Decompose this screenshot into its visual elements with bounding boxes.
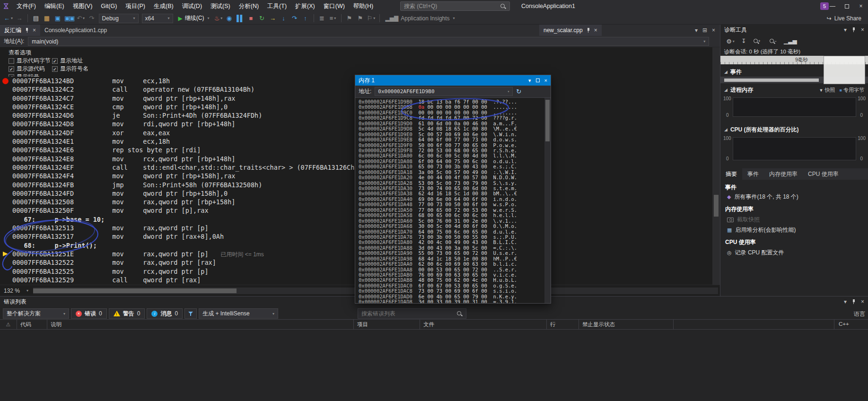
menu-file[interactable]: 文件(F): [12, 0, 40, 12]
memory-row[interactable]: 0x000002AF6FE1DAD8 3d 00 33 00 39 00 31 …: [359, 299, 544, 303]
scope-filter-dropdown[interactable]: 整个解决方案▾: [3, 308, 69, 319]
messages-filter-button[interactable]: 消息 0: [147, 308, 183, 319]
zoom-in-button[interactable]: +: [752, 36, 762, 46]
record-cpu-profile-link[interactable]: ◎记录 CPU 配置文件: [727, 249, 784, 257]
tab-new-scalar-preview[interactable]: new_scalar.cpp ×: [539, 25, 602, 36]
undo-button[interactable]: ↶▾: [76, 13, 86, 24]
tab-memory-usage[interactable]: 内存使用率: [764, 168, 803, 180]
cpu-section-header[interactable]: ◢ CPU (所有处理器的百分比): [720, 125, 868, 134]
refresh-icon[interactable]: ↻: [516, 88, 521, 95]
menu-edit[interactable]: 编辑(E): [40, 0, 69, 12]
split-window-icon[interactable]: ⊞: [702, 27, 707, 34]
menu-test[interactable]: 测试(S): [206, 0, 235, 12]
zoom-control[interactable]: 132 % ▾: [1, 286, 31, 296]
close-icon[interactable]: ×: [544, 78, 547, 83]
timeline-selection[interactable]: [824, 56, 865, 84]
new-file-button[interactable]: ▤: [31, 13, 41, 24]
breakpoint-indicator[interactable]: [2, 78, 9, 84]
close-icon[interactable]: ×: [861, 26, 864, 33]
multi-filter-button[interactable]: [184, 308, 197, 319]
solution-platform-dropdown[interactable]: x64▾: [142, 14, 173, 23]
editor-vertical-scrollbar[interactable]: [712, 47, 720, 285]
navigate-backward-button[interactable]: ←▾: [3, 13, 14, 24]
scrollbar-thumb[interactable]: [714, 195, 719, 217]
close-icon[interactable]: ×: [33, 27, 36, 33]
navigate-forward-button[interactable]: →: [14, 13, 25, 24]
tab-cpu-usage[interactable]: CPU 使用率: [803, 168, 844, 180]
language-value[interactable]: C++: [834, 319, 868, 330]
option-show-source-code[interactable]: ✓显示源代码: [9, 65, 45, 73]
code-map-button[interactable]: ≡▾: [328, 13, 338, 24]
breakpoint-flag-button[interactable]: ⚑: [344, 13, 355, 24]
application-insights-button[interactable]: ▂▅▇Application Insights▾: [383, 13, 458, 24]
memory-window-title-bar[interactable]: 内存 1 ▾ ×: [355, 75, 551, 86]
open-file-button[interactable]: ▦: [42, 13, 52, 24]
close-icon[interactable]: ×: [861, 298, 864, 305]
quick-search-input[interactable]: 搜索 (Ctrl+Q): [400, 1, 510, 11]
menu-help[interactable]: 帮助(H): [349, 0, 377, 12]
menu-window[interactable]: 窗口(W): [319, 0, 349, 12]
error-list-search-input[interactable]: 搜索错误列表: [358, 308, 466, 319]
tab-events[interactable]: 事件: [742, 168, 764, 180]
menu-extensions[interactable]: 扩展(X): [291, 0, 319, 12]
pin-icon[interactable]: [851, 299, 856, 305]
menu-debug[interactable]: 调试(D): [178, 0, 206, 12]
show-next-statement-button[interactable]: →: [268, 13, 278, 24]
maximize-icon[interactable]: [536, 78, 540, 83]
menu-analyze[interactable]: 分析(N): [235, 0, 263, 12]
save-button[interactable]: ▣: [53, 13, 63, 24]
close-document-icon[interactable]: ×: [712, 27, 715, 34]
all-events-link[interactable]: ◆所有事件(18 个, 共 18 个): [727, 193, 798, 201]
scrollbar-thumb[interactable]: [545, 100, 550, 141]
solution-configuration-dropdown[interactable]: Debug▾: [99, 14, 139, 23]
menu-build[interactable]: 生成(B): [149, 0, 178, 12]
apply-code-changes-button[interactable]: ◉: [224, 13, 235, 24]
close-button[interactable]: ×: [854, 0, 868, 12]
process-memory-section-header[interactable]: ◢ 进程内存 ▼ 快照 ■ 专用字节: [720, 85, 868, 95]
tab-consoleapplication1-cpp[interactable]: ConsoleApplication1.cpp: [40, 25, 111, 36]
address-combo[interactable]: main(void) ▾: [28, 37, 709, 46]
col-line[interactable]: 行: [547, 320, 579, 329]
memory-scrollbar[interactable]: [544, 98, 551, 303]
col-suppression-state[interactable]: 禁止显示状态: [579, 320, 674, 329]
tab-disassembly[interactable]: 反汇编×: [0, 25, 40, 36]
pin-icon[interactable]: [586, 27, 591, 33]
breakpoint-flag-3-button[interactable]: ⚐▾: [366, 13, 377, 24]
continue-button[interactable]: ▶继续(C)▾: [175, 13, 213, 24]
step-out-button[interactable]: ↑: [300, 13, 311, 24]
severity-column-header[interactable]: ⚠: [0, 320, 17, 329]
errors-filter-button[interactable]: 错误 0: [71, 308, 107, 319]
memory-address-input[interactable]: 0x000002AF6FE1D9B0 ▾: [375, 87, 513, 96]
stop-debugging-button[interactable]: ■: [246, 13, 256, 24]
scrollbar-thumb[interactable]: [33, 288, 237, 293]
memory-content[interactable]: 0x000002AF6FE1D9B0 18 bc 13 ba f6 7f 00 …: [355, 98, 544, 303]
minimize-button[interactable]: —: [825, 0, 840, 12]
export-button[interactable]: ↧: [741, 38, 746, 44]
menu-git[interactable]: Git(G): [96, 0, 121, 12]
menu-tools[interactable]: 工具(T): [263, 0, 291, 12]
restart-button[interactable]: ↻: [257, 13, 267, 24]
zoom-out-button[interactable]: −: [768, 36, 778, 46]
warnings-filter-button[interactable]: 警告 0: [109, 308, 145, 319]
option-show-symbol-names[interactable]: ✓显示符号名: [52, 65, 88, 73]
pin-icon[interactable]: [851, 27, 856, 33]
step-into-button[interactable]: ↓: [279, 13, 289, 24]
menu-view[interactable]: 视图(V): [69, 0, 97, 12]
line-annotations-button[interactable]: ≣: [317, 13, 327, 24]
redo-button[interactable]: ↷: [87, 13, 97, 24]
settings-gear-button[interactable]: ⚙▾: [725, 36, 736, 46]
option-show-address[interactable]: ✓显示地址: [52, 57, 83, 65]
save-all-button[interactable]: ▣▣: [63, 13, 75, 24]
maximize-button[interactable]: [840, 0, 854, 12]
window-menu-icon[interactable]: ▾: [528, 78, 531, 83]
live-share-button[interactable]: ↪ Live Share: [827, 15, 861, 22]
tab-summary[interactable]: 摘要: [720, 168, 742, 180]
enable-heap-profiling-link[interactable]: ▦启用堆分析(会影响性能): [727, 226, 796, 234]
option-show-code-bytes[interactable]: 显示代码字节: [9, 57, 51, 65]
breakpoint-flag-2-button[interactable]: ⚑: [355, 13, 366, 24]
col-file[interactable]: 文件: [420, 320, 547, 329]
col-code[interactable]: 代码: [17, 320, 47, 329]
col-project[interactable]: 项目: [354, 320, 420, 329]
step-over-button[interactable]: ↷: [289, 13, 300, 24]
window-menu-icon[interactable]: ▾: [844, 26, 847, 33]
